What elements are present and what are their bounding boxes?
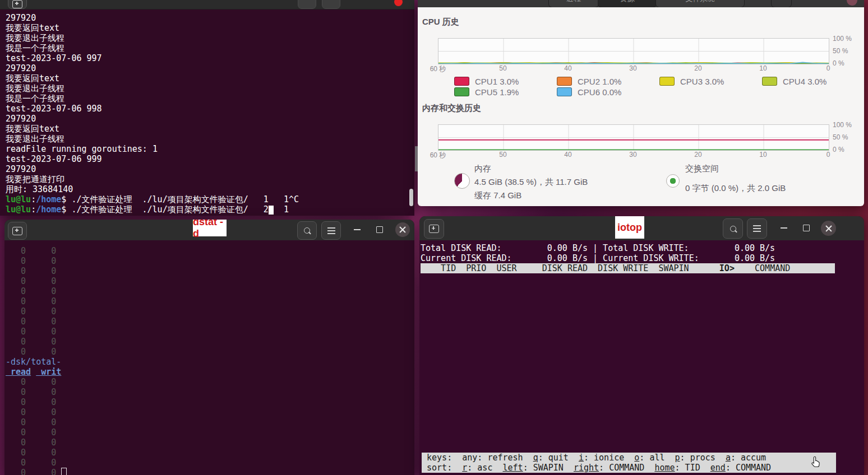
legend-item: CPU4 3.0%	[762, 76, 865, 86]
new-tab-icon	[429, 225, 439, 233]
cpu-ytick-50: 50 %	[833, 47, 848, 55]
new-tab-icon	[12, 227, 22, 235]
legend-swatch	[762, 77, 777, 86]
legend-label: CPU5 1.9%	[475, 87, 519, 97]
legend-label: CPU2 1.0%	[578, 77, 621, 86]
new-tab-button[interactable]	[8, 222, 27, 240]
maximize-icon[interactable]	[376, 226, 383, 233]
x-tick-label: 40	[564, 151, 571, 159]
x-tick-label: 10	[759, 151, 767, 159]
iotop-footer: keys: any: refresh q: quit i: ionice o: …	[421, 450, 836, 473]
unknown-button-1[interactable]	[298, 0, 316, 9]
x-tick-label: 0	[827, 151, 830, 159]
minimize-icon[interactable]	[781, 227, 787, 229]
swap-summary: 交换空间 0 字节 (0.0 %)，共 2.0 GiB	[666, 164, 786, 194]
unknown-button-2[interactable]	[322, 0, 340, 9]
close-button[interactable]	[821, 221, 836, 236]
memory-label: 内存	[474, 164, 588, 174]
legend-label: CPU6 0.0%	[578, 87, 621, 97]
legend-item: CPU6 0.0%	[557, 87, 659, 97]
legend-label: CPU3 3.0%	[680, 77, 724, 86]
tab-resources-label: 资源	[620, 0, 635, 4]
dstat-terminal-window: dstat -d 0 0 0 0 0 0 0 0 0 0 0 0 0 0 0 0…	[4, 220, 414, 475]
menu-button[interactable]	[321, 221, 341, 240]
terminal-window-main: 297920我要返回text我要退出子线程我是一个子线程test-2023-07…	[0, 0, 414, 216]
memory-history-chart	[438, 124, 829, 151]
legend-swatch	[557, 87, 572, 96]
menu-button[interactable]	[747, 218, 767, 239]
iotop-output-top: Total DISK READ: 0.00 B/s | Total DISK W…	[419, 240, 864, 273]
x-tick-label: 0	[827, 64, 830, 72]
tab-processes[interactable]: 进程	[548, 0, 599, 7]
memory-x-axis: 60 秒50403020100	[438, 151, 828, 159]
new-tab-icon	[12, 0, 22, 8]
x-tick-label: 60 秒	[430, 151, 446, 160]
tab-processes-label: 进程	[566, 0, 581, 4]
cpu-history-chart	[438, 38, 829, 64]
search-button[interactable]	[723, 218, 743, 239]
close-icon	[399, 226, 407, 234]
x-tick-label: 20	[694, 64, 701, 72]
terminal-headerbar	[0, 0, 414, 10]
legend-item: CPU2 1.0%	[557, 76, 659, 86]
memory-pie-icon	[454, 173, 470, 189]
new-tab-button[interactable]	[8, 0, 27, 9]
memory-summary: 内存 4.5 GiB (38.5 %)，共 11.7 GiB 缓存 7.4 Gi…	[454, 164, 588, 201]
legend-item: CPU1 3.0%	[454, 76, 557, 86]
cpu-ytick-100: 100 %	[833, 35, 852, 43]
system-monitor-headerbar: 进程 资源 文件系统	[418, 0, 864, 7]
search-icon	[730, 226, 736, 232]
cpu-history-title: CPU 历史	[422, 17, 459, 27]
iotop-headerbar: iotop	[419, 216, 864, 240]
menu-button[interactable]	[771, 0, 792, 7]
avatar-icon	[847, 0, 857, 6]
x-tick-label: 10	[759, 64, 767, 72]
dstat-output: 0 0 0 0 0 0 0 0 0 0 0 0 0 0 0 0 0 0 0 0 …	[4, 240, 414, 475]
legend-item: CPU5 1.9%	[454, 87, 557, 97]
legend-label: CPU1 3.0%	[475, 77, 519, 86]
window-title-annotation: iotop	[615, 216, 644, 239]
search-button[interactable]	[297, 221, 317, 240]
dstat-headerbar: dstat -d	[4, 220, 414, 240]
tab-filesystems[interactable]: 文件系统	[655, 0, 745, 7]
close-icon	[825, 225, 833, 232]
swap-circle-icon	[666, 174, 680, 188]
memory-history-title: 内存和交换历史	[422, 103, 481, 114]
recording-indicator-icon	[394, 0, 403, 6]
x-tick-label: 30	[629, 151, 636, 159]
cpu-ytick-0: 0 %	[833, 59, 844, 67]
window-title-annotation: dstat -d	[193, 220, 227, 236]
iotop-terminal-window: iotop Total DISK READ: 0.00 B/s | Total …	[419, 216, 864, 475]
mem-ytick-100: 100 %	[833, 121, 852, 129]
minimize-icon[interactable]	[354, 229, 361, 230]
hamburger-icon	[753, 228, 761, 229]
x-tick-label: 30	[629, 64, 636, 72]
close-button[interactable]	[395, 222, 410, 237]
x-tick-label: 20	[694, 151, 701, 159]
terminal-scrollbar[interactable]	[409, 189, 413, 206]
legend-swatch	[557, 77, 572, 86]
legend-swatch	[659, 77, 675, 86]
memory-usage: 4.5 GiB (38.5 %)，共 11.7 GiB	[474, 177, 588, 188]
legend-swatch	[454, 87, 469, 96]
maximize-icon[interactable]	[803, 225, 810, 231]
swap-label: 交换空间	[685, 164, 786, 174]
cpu-x-axis: 60 秒50403020100	[438, 64, 828, 72]
system-monitor-window: 进程 资源 文件系统 CPU 历史 60 秒50403020100 100 % …	[418, 0, 864, 206]
search-icon	[304, 227, 310, 234]
mem-ytick-0: 0 %	[833, 146, 844, 153]
tab-filesystems-label: 文件系统	[686, 0, 715, 4]
legend-label: CPU4 3.0%	[783, 77, 827, 86]
mem-ytick-50: 50 %	[833, 133, 848, 141]
x-tick-label: 50	[499, 64, 506, 72]
memory-cache: 缓存 7.4 GiB	[474, 190, 588, 201]
x-tick-label: 60 秒	[430, 64, 446, 74]
swap-usage: 0 字节 (0.0 %)，共 2.0 GiB	[685, 183, 786, 194]
window-edge-handle	[415, 146, 418, 171]
x-tick-label: 40	[564, 64, 571, 72]
tab-resources[interactable]: 资源	[598, 0, 657, 7]
legend-item: CPU3 3.0%	[659, 76, 762, 86]
terminal-output: 297920我要返回text我要退出子线程我是一个子线程test-2023-07…	[0, 10, 414, 215]
mouse-cursor-hand-icon	[810, 454, 822, 470]
new-tab-button[interactable]	[424, 219, 444, 239]
